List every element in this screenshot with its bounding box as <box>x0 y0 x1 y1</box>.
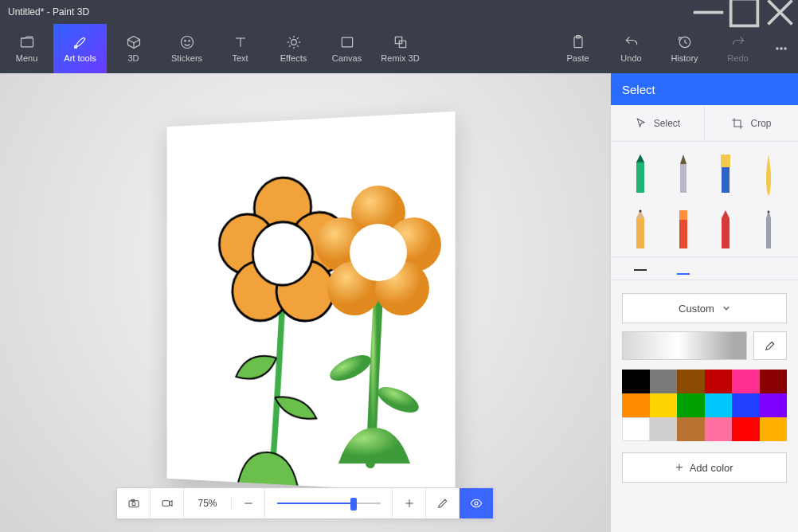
palette-color[interactable] <box>650 417 678 441</box>
video-button[interactable] <box>151 488 184 518</box>
svg-point-44 <box>350 224 407 281</box>
camera-button[interactable] <box>117 488 151 518</box>
brush-marker[interactable] <box>622 150 659 198</box>
effects-button[interactable]: Effects <box>267 24 320 73</box>
brush-watercolor[interactable] <box>750 150 787 198</box>
cube-icon <box>126 34 142 50</box>
custom-dropdown[interactable]: Custom <box>622 293 787 323</box>
thickness-under[interactable] <box>665 262 702 278</box>
palette-color[interactable] <box>705 417 733 441</box>
palette-color[interactable] <box>650 393 678 417</box>
zoom-label: 75% <box>184 498 232 509</box>
window-title: Untitled* - Paint 3D <box>0 6 690 18</box>
sidepanel-header: Select <box>611 73 798 105</box>
palette-color[interactable] <box>732 393 760 417</box>
history-button[interactable]: History <box>658 24 711 73</box>
svg-rect-45 <box>129 501 139 507</box>
brush-crayon[interactable] <box>708 204 745 252</box>
svg-marker-57 <box>680 155 687 164</box>
zoom-in-button[interactable] <box>393 488 426 518</box>
edit-mode-button[interactable] <box>426 488 460 518</box>
brush-oil[interactable] <box>708 150 745 198</box>
canvas-viewport[interactable]: 75% <box>0 73 610 532</box>
svg-rect-64 <box>679 220 687 248</box>
art-tools-button[interactable]: Art tools <box>53 24 107 73</box>
close-button[interactable] <box>762 0 798 24</box>
menu-button[interactable]: Menu <box>0 24 53 73</box>
redo-label: Redo <box>727 53 748 63</box>
svg-rect-58 <box>721 155 730 167</box>
crop-tool-button[interactable]: Crop <box>704 105 798 141</box>
palette-color[interactable] <box>622 370 650 393</box>
stickers-button[interactable]: Stickers <box>160 24 213 73</box>
maximize-button[interactable] <box>726 0 762 24</box>
palette-color[interactable] <box>732 370 760 393</box>
more-icon <box>773 41 789 57</box>
svg-point-62 <box>639 209 641 212</box>
brush-pencil[interactable] <box>622 204 659 252</box>
svg-rect-22 <box>342 37 352 47</box>
svg-rect-69 <box>677 273 690 275</box>
thickness-none2[interactable] <box>750 262 787 278</box>
palette-color[interactable] <box>760 370 788 393</box>
palette-color[interactable] <box>760 417 788 441</box>
brush-calligraphy[interactable] <box>665 150 702 198</box>
svg-point-13 <box>291 40 296 45</box>
paste-button[interactable]: Paste <box>551 24 604 73</box>
brush-icon <box>72 34 88 50</box>
sticker-icon <box>179 34 195 50</box>
thickness-thin[interactable] <box>622 262 659 278</box>
svg-rect-68 <box>634 269 647 271</box>
zoom-out-button[interactable] <box>232 488 265 518</box>
thickness-none[interactable] <box>708 262 745 278</box>
undo-label: Undo <box>620 53 641 63</box>
svg-point-8 <box>181 37 193 49</box>
view-mode-button[interactable] <box>460 488 493 518</box>
flower-3d <box>295 169 486 471</box>
history-label: History <box>671 53 698 63</box>
svg-line-20 <box>289 45 291 47</box>
palette-color[interactable] <box>650 370 678 393</box>
svg-point-67 <box>768 211 770 213</box>
palette-color[interactable] <box>677 393 705 417</box>
paste-icon <box>570 34 586 50</box>
eyedropper-icon <box>764 339 776 352</box>
palette-color[interactable] <box>622 393 650 417</box>
current-color-swatch[interactable] <box>622 331 747 360</box>
3d-button[interactable]: 3D <box>107 24 160 73</box>
canvas-icon <box>339 34 355 50</box>
palette-color[interactable] <box>705 370 733 393</box>
svg-point-29 <box>780 48 782 49</box>
remix3d-label: Remix 3D <box>381 53 419 63</box>
undo-button[interactable]: Undo <box>604 24 658 73</box>
palette-color[interactable] <box>677 370 705 393</box>
undo-icon <box>624 34 640 50</box>
palette-color[interactable] <box>732 417 760 441</box>
text-button[interactable]: Text <box>213 24 267 73</box>
redo-button[interactable]: Redo <box>711 24 765 73</box>
svg-rect-59 <box>722 167 730 193</box>
palette-color[interactable] <box>705 393 733 417</box>
zoom-slider[interactable] <box>265 488 393 518</box>
palette-color[interactable] <box>677 417 705 441</box>
side-panel: Select Select Crop <box>610 73 798 532</box>
remix-icon <box>393 34 409 50</box>
palette-color[interactable] <box>622 417 650 441</box>
main-toolbar: Menu Art tools 3D Stickers Text Effects … <box>0 24 798 73</box>
canvas-button[interactable]: Canvas <box>320 24 374 73</box>
effects-label: Effects <box>280 53 307 63</box>
eyedropper-button[interactable] <box>753 331 787 360</box>
select-tool-button[interactable]: Select <box>611 105 704 141</box>
more-button[interactable] <box>765 24 798 73</box>
effects-icon <box>286 34 302 50</box>
redo-icon <box>730 34 746 50</box>
minimize-button[interactable] <box>690 0 726 24</box>
text-icon <box>233 34 248 50</box>
brush-eraser[interactable] <box>665 204 702 252</box>
add-color-button[interactable]: + Add color <box>622 452 787 483</box>
chevron-down-icon <box>722 304 730 312</box>
brush-pixel[interactable] <box>750 204 787 252</box>
palette-color[interactable] <box>760 393 788 417</box>
remix3d-button[interactable]: Remix 3D <box>374 24 427 73</box>
paste-label: Paste <box>566 53 589 63</box>
